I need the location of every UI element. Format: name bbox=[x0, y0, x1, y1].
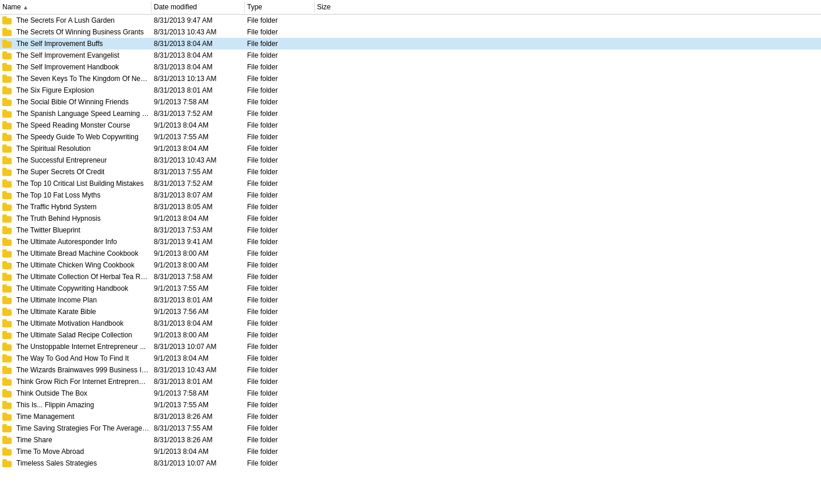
table-row[interactable]: Time To Move Abroad9/1/2013 8:04 AMFile … bbox=[0, 446, 821, 457]
table-row[interactable]: The Ultimate Autoresponder Info8/31/2013… bbox=[0, 236, 821, 248]
folder-icon bbox=[2, 144, 12, 153]
table-row[interactable]: The Super Secrets Of Credit8/31/2013 7:5… bbox=[0, 166, 821, 178]
file-date-cell: 9/1/2013 8:04 AM bbox=[151, 120, 245, 131]
file-date-cell: 9/1/2013 7:58 AM bbox=[151, 388, 245, 399]
file-date-cell: 8/31/2013 9:41 AM bbox=[151, 237, 245, 247]
file-type-cell: File folder bbox=[245, 458, 315, 468]
type-column-header[interactable]: Type bbox=[245, 1, 315, 13]
file-name-cell: The Ultimate Chicken Wing Cookbook bbox=[0, 260, 151, 270]
file-name-cell: The Spiritual Resolution bbox=[0, 143, 151, 154]
table-row[interactable]: Think Grow Rich For Internet Entrepreneu… bbox=[0, 376, 821, 387]
table-row[interactable]: The Twitter Blueprint8/31/2013 7:53 AMFi… bbox=[0, 224, 821, 236]
table-row[interactable]: Time Management8/31/2013 8:26 AMFile fol… bbox=[0, 411, 821, 422]
table-row[interactable]: The Ultimate Motivation Handbook8/31/201… bbox=[0, 318, 821, 329]
file-name-label: The Ultimate Income Plan bbox=[16, 296, 97, 304]
file-name-cell: The Ultimate Motivation Handbook bbox=[0, 318, 151, 329]
file-name-cell: The Super Secrets Of Credit bbox=[0, 167, 151, 177]
table-row[interactable]: The Ultimate Karate Bible9/1/2013 7:56 A… bbox=[0, 306, 821, 318]
file-date-cell: 8/31/2013 8:01 AM bbox=[151, 295, 245, 305]
table-row[interactable]: The Self Improvement Handbook8/31/2013 8… bbox=[0, 61, 821, 73]
file-date-cell: 9/1/2013 7:56 AM bbox=[151, 306, 245, 317]
folder-icon bbox=[2, 459, 12, 467]
file-name-cell: The Speedy Guide To Web Copywriting bbox=[0, 132, 151, 142]
name-header-label: Name bbox=[2, 3, 21, 11]
folder-icon bbox=[2, 249, 12, 258]
file-type-cell: File folder bbox=[245, 341, 315, 352]
file-type-cell: File folder bbox=[245, 330, 315, 340]
table-row[interactable]: Time Share8/31/2013 8:26 AMFile folder bbox=[0, 434, 821, 446]
file-type-cell: File folder bbox=[245, 318, 315, 329]
file-date-cell: 8/31/2013 7:52 AM bbox=[151, 108, 245, 119]
table-row[interactable]: The Ultimate Chicken Wing Cookbook9/1/20… bbox=[0, 259, 821, 271]
table-row[interactable]: Think Outside The Box9/1/2013 7:58 AMFil… bbox=[0, 387, 821, 399]
table-row[interactable]: The Way To God And How To Find It9/1/201… bbox=[0, 353, 821, 364]
file-type-cell: File folder bbox=[245, 283, 315, 294]
file-type-cell: File folder bbox=[245, 435, 315, 445]
table-row[interactable]: The Ultimate Bread Machine Cookbook9/1/2… bbox=[0, 248, 821, 259]
file-size-cell bbox=[315, 357, 361, 360]
file-size-cell bbox=[315, 112, 361, 115]
file-name-cell: Time Management bbox=[0, 411, 151, 422]
table-row[interactable]: The Ultimate Collection Of Herbal Tea Re… bbox=[0, 271, 821, 283]
file-name-label: Timeless Sales Strategies bbox=[16, 459, 97, 467]
folder-icon bbox=[2, 28, 12, 36]
folder-icon bbox=[2, 273, 12, 281]
table-row[interactable]: The Seven Keys To The Kingdom Of Netw...… bbox=[0, 73, 821, 84]
file-name-cell: Think Outside The Box bbox=[0, 388, 151, 399]
table-row[interactable]: The Ultimate Salad Recipe Collection9/1/… bbox=[0, 329, 821, 341]
file-name-label: The Successful Entrepreneur bbox=[16, 156, 107, 164]
table-row[interactable]: The Speed Reading Monster Course9/1/2013… bbox=[0, 119, 821, 131]
table-row[interactable]: The Secrets For A Lush Garden8/31/2013 9… bbox=[0, 15, 821, 26]
size-column-header[interactable]: Size bbox=[315, 1, 361, 13]
file-name-label: The Top 10 Critical List Building Mistak… bbox=[16, 179, 144, 188]
table-row[interactable]: The Ultimate Copywriting Handbook9/1/201… bbox=[0, 283, 821, 294]
file-name-label: The Social Bible Of Winning Friends bbox=[16, 98, 129, 106]
file-type-cell: File folder bbox=[245, 190, 315, 200]
file-size-cell bbox=[315, 66, 361, 68]
table-row[interactable]: The Top 10 Critical List Building Mistak… bbox=[0, 178, 821, 189]
table-row[interactable]: The Wizards Brainwaves 999 Business Idea… bbox=[0, 364, 821, 376]
name-column-header[interactable]: Name ▲ bbox=[0, 1, 151, 13]
table-row[interactable]: The Six Figure Explosion8/31/2013 8:01 A… bbox=[0, 84, 821, 96]
table-row[interactable]: This Is... Flippin Amazing9/1/2013 7:55 … bbox=[0, 399, 821, 411]
file-name-label: Time Share bbox=[16, 436, 52, 444]
file-name-cell: The Way To God And How To Find It bbox=[0, 353, 151, 364]
file-size-cell bbox=[315, 229, 361, 231]
file-size-cell bbox=[315, 252, 361, 255]
file-size-cell bbox=[315, 54, 361, 57]
file-date-cell: 8/31/2013 10:43 AM bbox=[151, 27, 245, 37]
table-row[interactable]: Timeless Sales Strategies8/31/2013 10:07… bbox=[0, 457, 821, 469]
column-headers: Name ▲ Date modified Type Size bbox=[0, 0, 821, 15]
file-type-cell: File folder bbox=[245, 411, 315, 422]
table-row[interactable]: The Truth Behind Hypnosis9/1/2013 8:04 A… bbox=[0, 213, 821, 224]
file-size-cell bbox=[315, 31, 361, 33]
file-name-cell: The Seven Keys To The Kingdom Of Netw... bbox=[0, 73, 151, 84]
folder-icon bbox=[2, 40, 12, 48]
file-name-cell: Time Share bbox=[0, 435, 151, 445]
table-row[interactable]: The Secrets Of Winning Business Grants8/… bbox=[0, 26, 821, 38]
table-row[interactable]: The Social Bible Of Winning Friends9/1/2… bbox=[0, 96, 821, 108]
file-name-label: The Secrets Of Winning Business Grants bbox=[16, 28, 144, 36]
file-date-cell: 9/1/2013 8:00 AM bbox=[151, 248, 245, 259]
table-row[interactable]: The Self Improvement Buffs8/31/2013 8:04… bbox=[0, 38, 821, 50]
folder-icon bbox=[2, 86, 12, 94]
table-row[interactable]: The Top 10 Fat Loss Myths8/31/2013 8:07 … bbox=[0, 189, 821, 201]
file-name-label: The Self Improvement Evangelist bbox=[16, 51, 119, 59]
file-type-cell: File folder bbox=[245, 272, 315, 282]
table-row[interactable]: The Spiritual Resolution9/1/2013 8:04 AM… bbox=[0, 143, 821, 154]
table-row[interactable]: Time Saving Strategies For The Average G… bbox=[0, 422, 821, 434]
folder-icon bbox=[2, 319, 12, 327]
date-column-header[interactable]: Date modified bbox=[151, 1, 245, 13]
table-row[interactable]: The Spanish Language Speed Learning C...… bbox=[0, 108, 821, 119]
table-row[interactable]: The Self Improvement Evangelist8/31/2013… bbox=[0, 50, 821, 61]
table-row[interactable]: The Successful Entrepreneur8/31/2013 10:… bbox=[0, 154, 821, 166]
table-row[interactable]: The Ultimate Income Plan8/31/2013 8:01 A… bbox=[0, 294, 821, 306]
file-type-cell: File folder bbox=[245, 202, 315, 212]
table-row[interactable]: The Unstoppable Internet Entrepreneur ..… bbox=[0, 341, 821, 353]
table-row[interactable]: The Speedy Guide To Web Copywriting9/1/2… bbox=[0, 131, 821, 143]
file-name-cell: The Traffic Hybrid System bbox=[0, 202, 151, 212]
file-name-label: The Ultimate Collection Of Herbal Tea Re… bbox=[16, 273, 149, 281]
file-name-label: The Twitter Blueprint bbox=[16, 226, 80, 234]
file-type-cell: File folder bbox=[245, 143, 315, 154]
table-row[interactable]: The Traffic Hybrid System8/31/2013 8:05 … bbox=[0, 201, 821, 213]
